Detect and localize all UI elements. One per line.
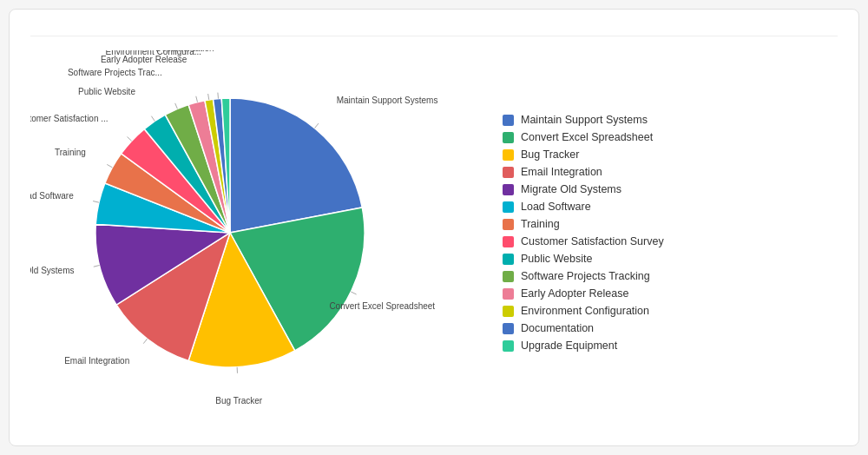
legend-item: Convert Excel Spreadsheet bbox=[503, 131, 838, 143]
pie-label-line bbox=[315, 123, 319, 128]
legend-label: Software Projects Tracking bbox=[521, 270, 650, 282]
legend-item: Upgrade Equipment bbox=[503, 340, 838, 352]
pie-label-text: Migrate Old Systems bbox=[30, 266, 74, 275]
pie-label-line bbox=[351, 292, 356, 294]
legend-swatch bbox=[503, 236, 514, 247]
pie-chart-container: Maintain Support SystemsConvert Excel Sp… bbox=[30, 50, 482, 415]
pie-label-line bbox=[218, 93, 219, 99]
chart-area: Maintain Support SystemsConvert Excel Sp… bbox=[30, 50, 838, 415]
pie-label-line bbox=[143, 339, 147, 344]
pie-label-text: Convert Excel Spreadsheet bbox=[329, 301, 435, 311]
pie-label-line bbox=[94, 265, 100, 267]
pie-label-line bbox=[128, 137, 132, 142]
pie-label-text: Training bbox=[55, 148, 86, 157]
legend-item: Maintain Support Systems bbox=[503, 114, 838, 126]
legend-label: Email Integration bbox=[521, 166, 602, 178]
pie-label-text: Bug Tracker bbox=[215, 396, 263, 406]
pie-label-text: Documentation bbox=[155, 50, 214, 53]
legend-label: Training bbox=[521, 218, 560, 230]
cost-by-project-card: Maintain Support SystemsConvert Excel Sp… bbox=[9, 9, 859, 446]
legend-item: Software Projects Tracking bbox=[503, 270, 838, 282]
card-title bbox=[30, 27, 838, 36]
pie-label-line bbox=[196, 96, 198, 102]
pie-label-line bbox=[208, 94, 209, 100]
legend-swatch bbox=[503, 306, 514, 317]
legend-swatch bbox=[503, 219, 514, 230]
legend-label: Public Website bbox=[521, 253, 592, 265]
legend-item: Load Software bbox=[503, 201, 838, 213]
legend-swatch bbox=[503, 288, 514, 300]
pie-label-text: Customer Satisfaction ... bbox=[30, 114, 108, 123]
pie-label-text: Software Projects Trac... bbox=[68, 68, 162, 77]
legend-label: Environment Configuration bbox=[521, 305, 649, 317]
legend-item: Public Website bbox=[503, 253, 838, 265]
legend-swatch bbox=[503, 167, 514, 178]
legend-item: Email Integration bbox=[503, 166, 838, 178]
pie-label-line bbox=[107, 164, 112, 167]
legend-swatch bbox=[503, 271, 514, 282]
legend-swatch bbox=[503, 201, 514, 213]
legend-label: Upgrade Equipment bbox=[521, 340, 617, 352]
legend-item: Early Adopter Release bbox=[503, 287, 838, 300]
legend-label: Load Software bbox=[521, 201, 591, 213]
legend-swatch bbox=[503, 149, 514, 161]
pie-label-text: Email Integration bbox=[64, 356, 129, 366]
pie-label-text: Public Website bbox=[78, 87, 135, 96]
legend-swatch bbox=[503, 340, 514, 352]
legend-swatch bbox=[503, 323, 514, 334]
legend-item: Bug Tracker bbox=[503, 148, 838, 161]
pie-label-line bbox=[93, 201, 99, 203]
legend-swatch bbox=[503, 184, 514, 195]
legend-label: Early Adopter Release bbox=[521, 287, 628, 300]
legend-label: Convert Excel Spreadsheet bbox=[521, 131, 653, 143]
legend-swatch bbox=[503, 115, 514, 126]
pie-label-line bbox=[175, 103, 178, 109]
legend-label: Bug Tracker bbox=[521, 148, 579, 161]
pie-label-line bbox=[151, 116, 155, 122]
legend-item: Documentation bbox=[503, 322, 838, 334]
legend-swatch bbox=[503, 132, 514, 143]
legend-label: Customer Satisfaction Survey bbox=[521, 235, 664, 247]
pie-label-text: Maintain Support Systems bbox=[337, 96, 438, 105]
legend-swatch bbox=[503, 254, 514, 265]
chart-legend: Maintain Support SystemsConvert Excel Sp… bbox=[482, 114, 838, 352]
pie-label-text: Load Software bbox=[30, 191, 74, 201]
legend-item: Environment Configuration bbox=[503, 305, 838, 317]
pie-chart-svg: Maintain Support SystemsConvert Excel Sp… bbox=[30, 50, 482, 415]
legend-label: Migrate Old Systems bbox=[521, 183, 621, 195]
legend-label: Documentation bbox=[521, 322, 594, 334]
legend-label: Maintain Support Systems bbox=[521, 114, 648, 126]
legend-item: Migrate Old Systems bbox=[503, 183, 838, 195]
legend-item: Training bbox=[503, 218, 838, 230]
legend-item: Customer Satisfaction Survey bbox=[503, 235, 838, 247]
